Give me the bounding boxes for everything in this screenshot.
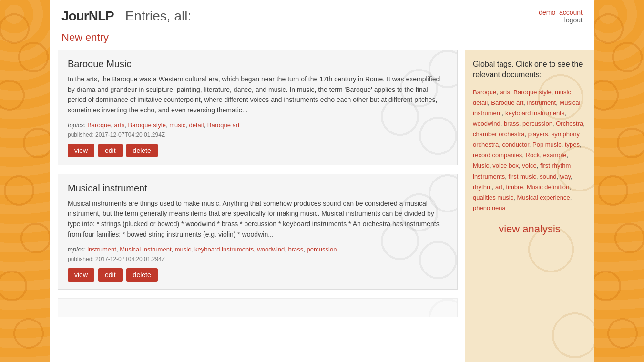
- app-logo: JourNLP: [61, 9, 114, 24]
- tag-link[interactable]: timbre: [506, 183, 523, 191]
- tag-link[interactable]: percussion: [522, 120, 552, 127]
- user-name: demo_account: [539, 9, 583, 16]
- edit-button[interactable]: edit: [98, 268, 123, 282]
- tag-link[interactable]: Baroque style: [513, 89, 552, 96]
- tag-link[interactable]: record companies: [473, 151, 522, 159]
- topic-link[interactable]: detail: [189, 121, 204, 129]
- topic-link[interactable]: instrument: [87, 246, 116, 253]
- tag-link[interactable]: woodwind: [473, 120, 501, 127]
- tag-link[interactable]: keyboard instruments: [505, 110, 564, 117]
- tag-link[interactable]: types: [565, 141, 580, 148]
- body-layout: Baroque Music In the arts, the Baroque w…: [50, 50, 594, 362]
- logout-link[interactable]: logout: [539, 16, 583, 24]
- topic-link[interactable]: Baroque style: [128, 121, 166, 129]
- tag-link[interactable]: conductor: [502, 141, 529, 148]
- view-button[interactable]: view: [68, 268, 94, 282]
- tag-link[interactable]: rhythm: [473, 183, 492, 191]
- edit-button[interactable]: edit: [98, 144, 123, 157]
- new-entry-link[interactable]: New entry: [61, 31, 109, 43]
- page-title: Entries, all:: [125, 9, 192, 24]
- entry-card: Musical instrument Musical instruments a…: [58, 174, 458, 290]
- tag-link[interactable]: voice: [522, 162, 536, 169]
- topic-link[interactable]: percussion: [307, 246, 337, 253]
- tag-link[interactable]: example: [543, 151, 566, 159]
- right-decorative-panel: [594, 0, 644, 362]
- header-left: JourNLP Entries, all:: [61, 9, 191, 24]
- entry-published: published: 2017-12-07T04:20:01.294Z: [68, 131, 448, 138]
- tag-link[interactable]: Music definition: [527, 183, 570, 191]
- entry-published: published: 2017-12-07T04:20:01.294Z: [68, 256, 448, 262]
- entry-topics: topics: instrument, Musical instrument, …: [68, 246, 448, 253]
- entry-topics: topics: Baroque, arts, Baroque style, mu…: [68, 121, 448, 129]
- topic-link[interactable]: woodwind: [257, 246, 285, 253]
- entry-title: Baroque Music: [68, 59, 448, 70]
- sidebar: Global tags. Click one to see the releva…: [465, 50, 594, 362]
- tag-link[interactable]: way: [560, 173, 571, 180]
- tag-link[interactable]: qualities music: [473, 194, 513, 201]
- tag-link[interactable]: Musical experience: [517, 194, 570, 201]
- entry-card: Baroque Music In the arts, the Baroque w…: [58, 50, 458, 165]
- tag-link[interactable]: phenomena: [473, 204, 506, 211]
- entry-card: [58, 298, 458, 317]
- tag-link[interactable]: voice box: [492, 162, 519, 169]
- tag-link[interactable]: arts: [500, 89, 510, 96]
- view-button[interactable]: view: [68, 144, 94, 157]
- global-tags-title: Global tags. Click one to see the releva…: [473, 59, 586, 80]
- topic-link[interactable]: music: [169, 121, 185, 129]
- tag-link[interactable]: Pop music: [532, 141, 562, 148]
- entries-list: Baroque Music In the arts, the Baroque w…: [50, 50, 465, 362]
- new-entry-section: New entry: [50, 28, 594, 50]
- view-analysis-link[interactable]: view analysis: [473, 223, 586, 235]
- tag-link[interactable]: instrument: [527, 99, 556, 106]
- topic-link[interactable]: Musical instrument: [120, 246, 171, 253]
- topic-link[interactable]: music: [175, 246, 191, 253]
- tag-link[interactable]: sound: [540, 173, 556, 180]
- entry-actions: view edit delete: [68, 144, 448, 157]
- tags-cloud: Baroque, arts, Baroque style, music, det…: [473, 87, 586, 213]
- entry-title: Musical instrument: [68, 183, 448, 194]
- tag-link[interactable]: Music: [473, 162, 489, 169]
- entry-body: Musical instruments are things used to m…: [68, 199, 448, 240]
- tag-link[interactable]: art: [495, 183, 502, 191]
- topic-link[interactable]: arts: [114, 121, 125, 129]
- topic-link[interactable]: keyboard instruments: [194, 246, 254, 253]
- topic-link[interactable]: brass: [288, 246, 304, 253]
- entry-body: In the arts, the Baroque was a Western c…: [68, 74, 448, 116]
- tag-link[interactable]: players: [528, 131, 548, 138]
- tag-link[interactable]: first music: [508, 173, 536, 180]
- tag-link[interactable]: detail: [473, 99, 488, 106]
- topic-link[interactable]: Baroque art: [207, 121, 240, 129]
- header: JourNLP Entries, all: demo_account logou…: [50, 0, 594, 28]
- tag-link[interactable]: Orchestra: [556, 120, 583, 127]
- tag-link[interactable]: chamber orchestra: [473, 131, 524, 138]
- topics-label: topics:: [68, 121, 86, 129]
- left-decorative-panel: [0, 0, 50, 362]
- tag-link[interactable]: Rock: [526, 151, 540, 159]
- topic-link[interactable]: Baroque: [87, 121, 111, 129]
- tag-link[interactable]: brass: [504, 120, 519, 127]
- main-content: JourNLP Entries, all: demo_account logou…: [50, 0, 594, 362]
- topics-label: topics:: [68, 246, 86, 253]
- tag-link[interactable]: music: [555, 89, 571, 96]
- header-right: demo_account logout: [539, 9, 583, 24]
- entry-actions: view edit delete: [68, 268, 448, 282]
- tag-link[interactable]: Baroque: [473, 89, 496, 96]
- delete-button[interactable]: delete: [126, 144, 158, 157]
- delete-button[interactable]: delete: [126, 268, 158, 282]
- tag-link[interactable]: Baroque art: [491, 99, 523, 106]
